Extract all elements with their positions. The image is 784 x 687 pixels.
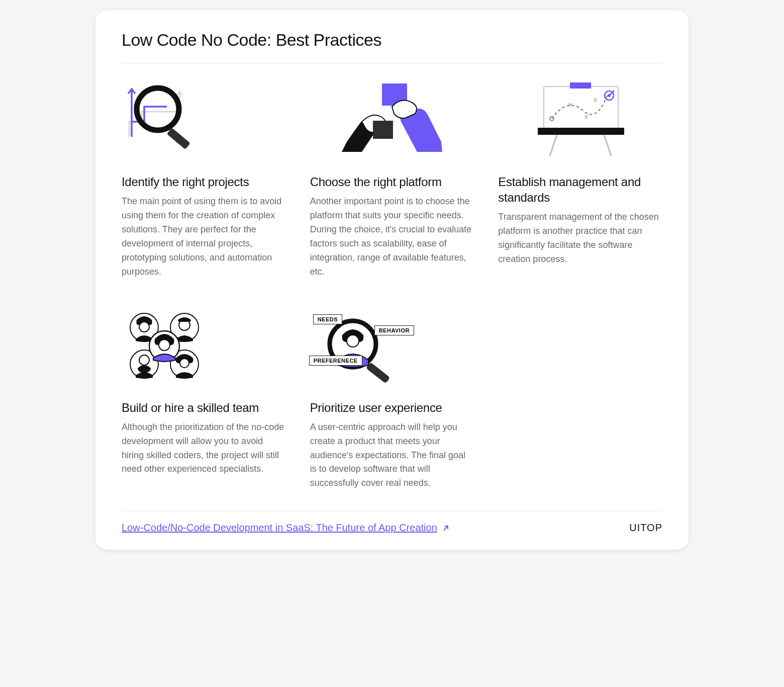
svg-rect-4 <box>544 87 618 129</box>
footer-source-link[interactable]: Low-Code/No-Code Development in SaaS: Th… <box>122 522 450 534</box>
practice-desc: A user-centric approach will help you cr… <box>310 420 474 490</box>
preference-tag: PREFERENECE <box>309 356 362 366</box>
whiteboard-strategy-icon: × × × <box>498 81 662 157</box>
practice-desc: The main point of using them is to avoid… <box>122 195 286 279</box>
practice-skilled-team: Build or hire a skilled team Although th… <box>122 307 286 491</box>
footer-link-text: Low-Code/No-Code Development in SaaS: Th… <box>122 522 437 534</box>
practice-title: Prioritize user experience <box>310 400 474 415</box>
svg-line-8 <box>604 135 611 156</box>
practice-desc: Transparent management of the chosen pla… <box>498 210 662 267</box>
svg-point-0 <box>137 88 179 130</box>
practice-desc: Although the prioritization of the no-co… <box>122 420 286 477</box>
svg-text:×: × <box>593 96 598 104</box>
persona-magnifier-icon: NEEDS BEHAVIOR PREFERENECE <box>310 307 474 383</box>
practice-title: Establish management and standards <box>498 174 662 205</box>
practice-title: Build or hire a skilled team <box>122 400 286 415</box>
brand-label: UITOP <box>629 522 662 534</box>
team-avatars-icon <box>122 307 286 383</box>
behavior-tag: BEHAVIOR <box>374 325 414 335</box>
magnifier-chart-icon <box>122 81 286 157</box>
practices-grid: Identify the right projects The main poi… <box>122 81 662 490</box>
page-title: Low Code No Code: Best Practices <box>122 30 662 63</box>
svg-rect-3 <box>373 121 393 139</box>
svg-point-21 <box>139 355 149 365</box>
svg-rect-27 <box>365 362 390 383</box>
svg-text:×: × <box>584 113 589 121</box>
needs-tag: NEEDS <box>313 314 342 324</box>
svg-rect-1 <box>167 128 190 149</box>
practice-establish-standards: × × × Establish management and standards… <box>498 81 662 279</box>
svg-point-17 <box>139 322 149 332</box>
practice-title: Identify the right projects <box>122 174 286 190</box>
practice-identify-projects: Identify the right projects The main poi… <box>122 81 286 279</box>
svg-text:×: × <box>568 101 572 109</box>
svg-line-7 <box>550 135 557 156</box>
practice-title: Choose the right platform <box>310 174 474 190</box>
card: Low Code No Code: Best Practices <box>95 10 689 550</box>
practice-user-experience: NEEDS BEHAVIOR PREFERENECE Prioritize us… <box>310 307 474 491</box>
practice-desc: Another important point is to choose the… <box>310 195 474 279</box>
footer: Low-Code/No-Code Development in SaaS: Th… <box>122 510 662 534</box>
svg-point-28 <box>347 335 359 347</box>
svg-point-25 <box>159 339 170 351</box>
practice-choose-platform: Choose the right platform Another import… <box>310 81 474 279</box>
svg-rect-6 <box>538 128 624 135</box>
hands-blocks-icon <box>310 81 474 157</box>
svg-rect-5 <box>570 82 591 89</box>
external-link-icon <box>441 524 450 533</box>
svg-point-23 <box>180 359 189 368</box>
